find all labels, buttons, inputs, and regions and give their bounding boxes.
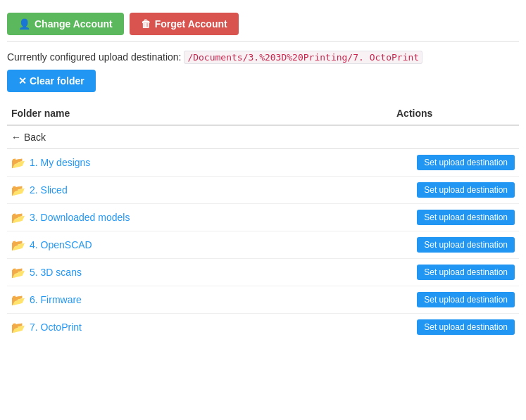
folder-icon: 📂 xyxy=(11,293,25,307)
set-upload-destination-button[interactable]: Set upload destination xyxy=(417,182,515,198)
table-row: 📂6. FirmwareSet upload destination xyxy=(7,286,519,314)
folder-link[interactable]: 📂6. Firmware xyxy=(11,293,82,307)
table-header-row: Folder name Actions xyxy=(7,102,519,125)
col-actions: Actions xyxy=(392,102,519,125)
folder-link[interactable]: 📂1. My designs xyxy=(11,156,90,170)
clear-folder-section: ✕ Clear folder xyxy=(7,70,519,92)
set-upload-destination-button[interactable]: Set upload destination xyxy=(417,210,515,225)
folder-link[interactable]: 📂4. OpenSCAD xyxy=(11,238,92,252)
table-row: 📂3. Downloaded modelsSet upload destinat… xyxy=(7,204,519,231)
set-upload-destination-button[interactable]: Set upload destination xyxy=(417,237,515,253)
forget-account-label: Forget Account xyxy=(155,18,227,30)
folder-link[interactable]: 📂3. Downloaded models xyxy=(11,211,130,224)
folder-link[interactable]: 📂5. 3D scans xyxy=(11,266,82,279)
folder-name: 7. OctoPrint xyxy=(30,322,82,333)
table-row: 📂1. My designsSet upload destination xyxy=(7,149,519,177)
folder-icon: 📂 xyxy=(11,184,25,197)
forget-account-button[interactable]: 🗑 Forget Account xyxy=(130,13,239,35)
col-folder-name: Folder name xyxy=(7,102,392,125)
user-icon: 👤 xyxy=(18,18,30,30)
folder-name: 6. Firmware xyxy=(30,294,82,305)
folder-link[interactable]: 📂7. OctoPrint xyxy=(11,321,82,334)
top-button-bar: 👤 Change Account 🗑 Forget Account xyxy=(7,7,519,42)
folder-icon: 📂 xyxy=(11,211,25,224)
upload-destination-label: Currently configured upload destination: xyxy=(7,51,182,63)
back-row: ← Back xyxy=(7,125,519,149)
table-row: 📂2. SlicedSet upload destination xyxy=(7,177,519,204)
upload-destination-line: Currently configured upload destination:… xyxy=(7,51,519,63)
set-upload-destination-button[interactable]: Set upload destination xyxy=(417,265,515,280)
set-upload-destination-button[interactable]: Set upload destination xyxy=(417,155,515,170)
folder-icon: 📂 xyxy=(11,156,25,170)
trash-icon: 🗑 xyxy=(141,18,151,30)
back-link[interactable]: ← Back xyxy=(11,132,46,143)
table-row: 📂7. OctoPrintSet upload destination xyxy=(7,314,519,341)
folder-name: 3. Downloaded models xyxy=(30,212,130,223)
folder-name: 2. Sliced xyxy=(30,184,68,196)
folder-link[interactable]: 📂2. Sliced xyxy=(11,184,68,197)
folder-icon: 📂 xyxy=(11,266,25,279)
arrow-left-icon: ← xyxy=(11,132,21,143)
table-row: 📂4. OpenSCADSet upload destination xyxy=(7,231,519,259)
folder-icon: 📂 xyxy=(11,238,25,252)
clear-folder-label: ✕ Clear folder xyxy=(18,75,84,87)
folder-name: 4. OpenSCAD xyxy=(30,239,92,250)
back-label: Back xyxy=(24,132,46,143)
upload-destination-path: /Documents/3.%203D%20Printing/7. OctoPri… xyxy=(184,51,422,64)
clear-folder-button[interactable]: ✕ Clear folder xyxy=(7,70,96,92)
folder-icon: 📂 xyxy=(11,321,25,334)
folder-name: 5. 3D scans xyxy=(30,267,82,278)
set-upload-destination-button[interactable]: Set upload destination xyxy=(417,292,515,307)
folder-name: 1. My designs xyxy=(30,157,90,168)
change-account-button[interactable]: 👤 Change Account xyxy=(7,13,124,35)
set-upload-destination-button[interactable]: Set upload destination xyxy=(417,319,515,335)
change-account-label: Change Account xyxy=(35,18,113,30)
folder-table: Folder name Actions ← Back 📂1. My design… xyxy=(7,102,519,341)
table-row: 📂5. 3D scansSet upload destination xyxy=(7,259,519,286)
